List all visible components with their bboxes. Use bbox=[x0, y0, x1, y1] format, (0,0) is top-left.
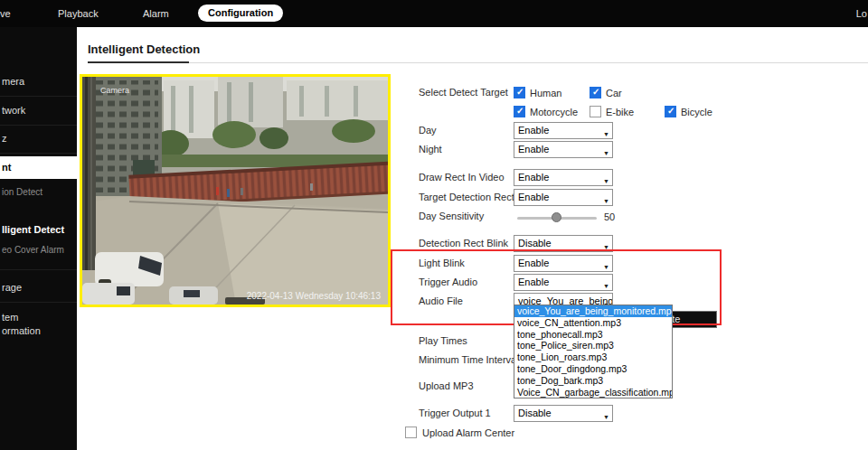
draw-rect-select[interactable]: Enable bbox=[514, 169, 613, 186]
sidebar: mera twork z nt ion Detect lligent Detec… bbox=[0, 27, 77, 450]
label-target-detection-rect: Target Detection Rect bbox=[419, 192, 514, 202]
audio-option[interactable]: tone_phonecall.mp3 bbox=[514, 329, 672, 341]
audio-option[interactable]: tone_Dog_bark.mp3 bbox=[514, 375, 672, 387]
checkbox-car[interactable] bbox=[590, 87, 601, 98]
label-trigger-audio: Trigger Audio bbox=[419, 277, 477, 287]
checkbox-motorcycle-label: Motorcycle bbox=[530, 107, 578, 117]
trigger-output-select[interactable]: Disable bbox=[514, 405, 613, 422]
label-day-sensitivity: Day Sensitivity bbox=[419, 211, 484, 221]
audio-option[interactable]: tone_Police_siren.mp3 bbox=[514, 340, 672, 352]
label-play-times: Play Times bbox=[419, 335, 467, 346]
divider bbox=[0, 125, 77, 126]
header-divider bbox=[88, 62, 868, 63]
audio-option-selected[interactable]: voice_You_are_being_monitored.mp3 bbox=[514, 305, 672, 317]
sidebar-item-information[interactable]: ormation bbox=[2, 325, 41, 336]
checkbox-human[interactable] bbox=[514, 87, 525, 98]
checkbox-ebike[interactable] bbox=[590, 106, 601, 117]
night-select[interactable]: Enable bbox=[514, 141, 613, 158]
checkbox-bicycle-label: Bicycle bbox=[681, 107, 712, 117]
nav-configuration-active[interactable]: Configuration bbox=[198, 5, 283, 22]
checkbox-upload-alarm-center[interactable] bbox=[405, 427, 417, 438]
light-blink-select[interactable]: Enable bbox=[514, 255, 613, 272]
audio-option[interactable]: tone_Door_dingdong.mp3 bbox=[514, 363, 672, 375]
day-sensitivity-slider-thumb[interactable] bbox=[552, 212, 561, 222]
nav-live-truncated[interactable]: ve bbox=[0, 8, 11, 19]
sidebar-item-camera[interactable]: mera bbox=[2, 76, 24, 87]
detection-rect-blink-select[interactable]: Disable bbox=[514, 235, 613, 252]
label-draw-rect-in-video: Draw Rect In Video bbox=[419, 172, 505, 183]
sidebar-item-event-selected[interactable]: nt bbox=[0, 156, 77, 179]
app-window: ve Playback Alarm Configuration Lo mera … bbox=[0, 0, 868, 450]
divider bbox=[0, 96, 77, 97]
camera-preview-image: Camera 2022-04-13 Wednesday 10:46:13 bbox=[82, 77, 388, 305]
page-title: Intelligent Detection bbox=[88, 42, 200, 56]
sidebar-item-event-label: nt bbox=[2, 162, 11, 173]
top-nav: ve Playback Alarm Configuration Lo bbox=[0, 0, 868, 27]
label-upload-mp3: Upload MP3 bbox=[419, 380, 474, 391]
target-rect-select[interactable]: Enable bbox=[514, 189, 613, 206]
label-audio-file: Audio File bbox=[419, 295, 463, 306]
day-sensitivity-value: 50 bbox=[604, 211, 615, 222]
label-trigger-output-1: Trigger Output 1 bbox=[419, 408, 491, 418]
trigger-audio-select[interactable]: Enable bbox=[514, 274, 613, 291]
label-select-detect-target: Select Detect Target bbox=[419, 87, 508, 98]
sidebar-item-storage[interactable]: rage bbox=[2, 282, 22, 293]
divider bbox=[0, 302, 77, 303]
checkbox-ebike-label: E-bike bbox=[606, 107, 634, 117]
audio-file-dropdown-list: voice_You_are_being_monitored.mp3 voice_… bbox=[514, 305, 673, 398]
checkbox-motorcycle[interactable] bbox=[514, 106, 525, 117]
audio-option[interactable]: voice_CN_attention.mp3 bbox=[514, 317, 672, 329]
checkbox-car-label: Car bbox=[606, 88, 622, 98]
timestamp-osd: 2022-04-13 Wednesday 10:46:13 bbox=[247, 291, 382, 301]
label-night: Night bbox=[419, 144, 442, 155]
checkbox-human-label: Human bbox=[530, 88, 561, 98]
nav-alarm[interactable]: Alarm bbox=[143, 8, 169, 19]
nav-playback[interactable]: Playback bbox=[58, 8, 99, 19]
nav-logout-truncated[interactable]: Lo bbox=[856, 8, 867, 19]
label-detection-rect-blink: Detection Rect Blink bbox=[419, 238, 508, 248]
day-select[interactable]: Enable bbox=[514, 122, 613, 139]
label-minimum-time-interval: Minimum Time Interval bbox=[419, 354, 519, 365]
audio-option[interactable]: tone_Lion_roars.mp3 bbox=[514, 352, 672, 363]
camera-osd-label: Camera bbox=[100, 86, 129, 95]
sidebar-item-system[interactable]: tem bbox=[2, 312, 18, 323]
divider bbox=[0, 269, 77, 270]
label-day: Day bbox=[419, 125, 437, 136]
header-divider-accent bbox=[88, 61, 189, 63]
sidebar-item-network[interactable]: twork bbox=[2, 105, 25, 116]
checkbox-bicycle[interactable] bbox=[665, 106, 676, 117]
sidebar-item-video-cover-alarm[interactable]: eo Cover Alarm bbox=[2, 245, 64, 255]
audio-option[interactable]: Voice_CN_garbage_classification.mp3 bbox=[514, 387, 672, 398]
checkbox-upload-alarm-center-label: Upload Alarm Center bbox=[422, 427, 514, 438]
sidebar-item-motion-detect[interactable]: ion Detect bbox=[2, 187, 42, 197]
label-light-blink: Light Blink bbox=[419, 258, 465, 268]
sidebar-item-ptz[interactable]: z bbox=[2, 133, 7, 144]
camera-preview[interactable]: Camera 2022-04-13 Wednesday 10:46:13 bbox=[80, 74, 391, 307]
sidebar-item-intelligent-detect[interactable]: lligent Detect bbox=[2, 224, 64, 235]
divider bbox=[0, 153, 77, 154]
